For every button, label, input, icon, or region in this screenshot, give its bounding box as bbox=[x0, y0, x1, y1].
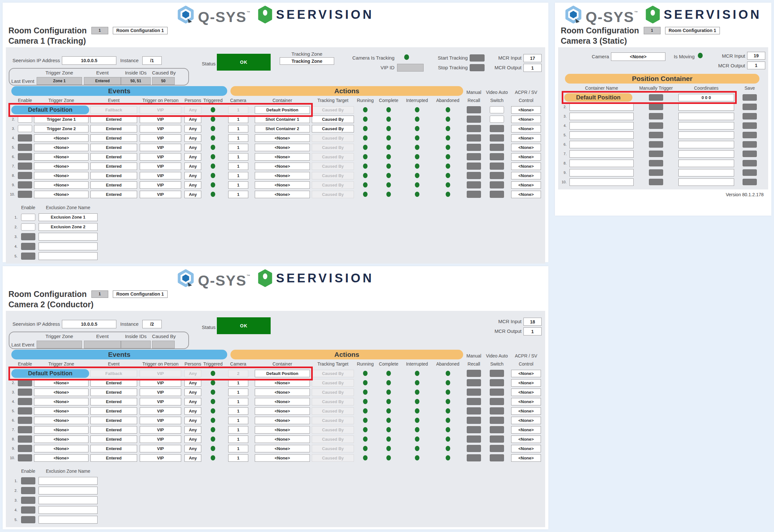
manual-recall-button[interactable] bbox=[467, 191, 481, 198]
vip-id-field[interactable] bbox=[397, 64, 424, 72]
enable-toggle[interactable] bbox=[18, 454, 32, 461]
event-select[interactable]: Entered bbox=[90, 191, 137, 198]
container-select[interactable]: <None> bbox=[255, 417, 310, 424]
persons-select[interactable]: Any bbox=[184, 181, 201, 189]
trigger-zone-select[interactable]: <None> bbox=[34, 153, 88, 161]
camera-field[interactable]: 1 bbox=[228, 445, 248, 452]
room-configuration-number-field[interactable]: 1 bbox=[644, 27, 661, 34]
camera-field[interactable]: 1 bbox=[228, 398, 248, 405]
container-select[interactable]: <None> bbox=[255, 153, 310, 161]
persons-select[interactable]: Any bbox=[184, 426, 201, 434]
manually-trigger-button[interactable] bbox=[649, 160, 663, 166]
container-select[interactable]: Default Position bbox=[255, 370, 310, 377]
trigger-on-person-select[interactable]: VIP bbox=[140, 125, 181, 132]
camera-field[interactable]: 1 bbox=[228, 153, 248, 161]
trigger-zone-select[interactable]: <None> bbox=[34, 191, 88, 198]
manually-trigger-button[interactable] bbox=[649, 104, 663, 110]
seervision-ip-input[interactable]: 10.0.0.5 bbox=[62, 56, 116, 65]
trigger-zone-select[interactable]: <None> bbox=[34, 454, 88, 462]
persons-select[interactable]: Any bbox=[184, 134, 201, 142]
exclusion-zone-name-field[interactable] bbox=[39, 506, 97, 514]
event-select[interactable]: Entered bbox=[90, 153, 137, 161]
save-button[interactable] bbox=[743, 113, 757, 119]
trigger-on-person-select[interactable]: VIP bbox=[140, 191, 181, 198]
container-name-field[interactable] bbox=[569, 178, 634, 186]
container-name-field[interactable] bbox=[569, 141, 634, 148]
trigger-on-person-select[interactable]: VIP bbox=[140, 144, 181, 151]
trigger-zone-select[interactable]: <None> bbox=[34, 163, 88, 170]
acpr-sv-control-select[interactable]: <None> bbox=[511, 181, 541, 189]
video-auto-switch[interactable] bbox=[490, 125, 504, 132]
trigger-on-person-select[interactable]: VIP bbox=[140, 398, 181, 405]
trigger-zone-select[interactable]: <None> bbox=[34, 389, 88, 396]
event-select[interactable]: Entered bbox=[90, 163, 137, 170]
container-select[interactable]: <None> bbox=[255, 454, 310, 462]
exclusion-enable-toggle[interactable] bbox=[21, 243, 35, 250]
video-auto-switch[interactable] bbox=[490, 106, 504, 113]
instance-input[interactable]: /1 bbox=[142, 56, 162, 65]
acpr-sv-control-select[interactable]: <None> bbox=[511, 153, 541, 161]
room-configuration-number-field[interactable]: 1 bbox=[91, 27, 108, 34]
manually-trigger-button[interactable] bbox=[649, 151, 663, 157]
persons-select[interactable]: Any bbox=[184, 191, 201, 198]
save-button[interactable] bbox=[743, 179, 757, 185]
container-select[interactable]: <None> bbox=[255, 172, 310, 179]
coordinates-field[interactable] bbox=[678, 160, 734, 167]
manual-recall-button[interactable] bbox=[467, 398, 481, 405]
event-select[interactable]: Entered bbox=[90, 407, 137, 415]
event-select[interactable]: Entered bbox=[90, 398, 137, 405]
mcr-input-field[interactable]: 18 bbox=[523, 318, 541, 326]
exclusion-enable-toggle[interactable] bbox=[21, 506, 35, 514]
exclusion-enable-toggle[interactable] bbox=[21, 214, 35, 221]
enable-toggle[interactable] bbox=[18, 445, 32, 452]
event-select[interactable]: Entered bbox=[90, 454, 137, 462]
trigger-on-person-select[interactable]: VIP bbox=[140, 163, 181, 170]
manual-recall-button[interactable] bbox=[467, 436, 481, 443]
save-button[interactable] bbox=[743, 132, 757, 138]
video-auto-switch[interactable] bbox=[490, 144, 504, 151]
persons-select[interactable]: Any bbox=[184, 153, 201, 161]
seervision-ip-input[interactable]: 10.0.0.5 bbox=[62, 320, 116, 328]
acpr-sv-control-select[interactable]: <None> bbox=[511, 163, 541, 170]
coordinates-field[interactable] bbox=[678, 122, 734, 130]
persons-select[interactable]: Any bbox=[184, 172, 201, 179]
trigger-zone-select[interactable]: <None> bbox=[34, 379, 88, 387]
trigger-zone-select[interactable]: <None> bbox=[34, 398, 88, 405]
save-button[interactable] bbox=[743, 160, 757, 166]
container-select[interactable]: <None> bbox=[255, 163, 310, 170]
enable-toggle[interactable] bbox=[18, 163, 32, 170]
enable-toggle[interactable] bbox=[18, 181, 32, 188]
video-auto-switch[interactable] bbox=[490, 407, 504, 414]
trigger-zone-select[interactable]: <None> bbox=[34, 144, 88, 151]
mcr-input-field[interactable]: 19 bbox=[747, 52, 765, 60]
event-select[interactable]: Entered bbox=[90, 379, 137, 387]
coordinates-field[interactable] bbox=[678, 113, 734, 120]
manually-trigger-button[interactable] bbox=[649, 169, 663, 176]
trigger-zone-select[interactable]: <None> bbox=[34, 445, 88, 452]
persons-select[interactable]: Any bbox=[184, 445, 201, 452]
camera-field[interactable]: 1 bbox=[228, 172, 248, 179]
coordinates-field[interactable] bbox=[678, 141, 734, 148]
acpr-sv-control-select[interactable]: <None> bbox=[511, 436, 541, 443]
tracking-target-select[interactable]: Caused By bbox=[312, 125, 354, 132]
camera-field[interactable]: 1 bbox=[228, 163, 248, 170]
mcr-output-field[interactable]: 1 bbox=[523, 327, 541, 335]
trigger-zone-select[interactable]: <None> bbox=[34, 172, 88, 179]
acpr-sv-control-select[interactable]: <None> bbox=[511, 379, 541, 387]
manual-recall-button[interactable] bbox=[467, 417, 481, 424]
event-select[interactable]: Entered bbox=[90, 181, 137, 189]
exclusion-enable-toggle[interactable] bbox=[21, 497, 35, 504]
trigger-on-person-select[interactable]: VIP bbox=[140, 379, 181, 387]
manually-trigger-button[interactable] bbox=[649, 122, 663, 129]
manual-recall-button[interactable] bbox=[467, 407, 481, 414]
coordinates-field[interactable] bbox=[678, 178, 734, 186]
manual-recall-button[interactable] bbox=[467, 379, 481, 386]
enable-toggle[interactable] bbox=[18, 426, 32, 433]
enable-toggle[interactable] bbox=[18, 134, 32, 141]
acpr-sv-control-select[interactable]: <None> bbox=[511, 370, 541, 377]
enable-toggle[interactable] bbox=[18, 417, 32, 424]
exclusion-zone-name-field[interactable] bbox=[39, 487, 97, 494]
acpr-sv-control-select[interactable]: <None> bbox=[511, 417, 541, 424]
camera-select[interactable]: <None> bbox=[611, 52, 666, 61]
manually-trigger-button[interactable] bbox=[649, 132, 663, 138]
